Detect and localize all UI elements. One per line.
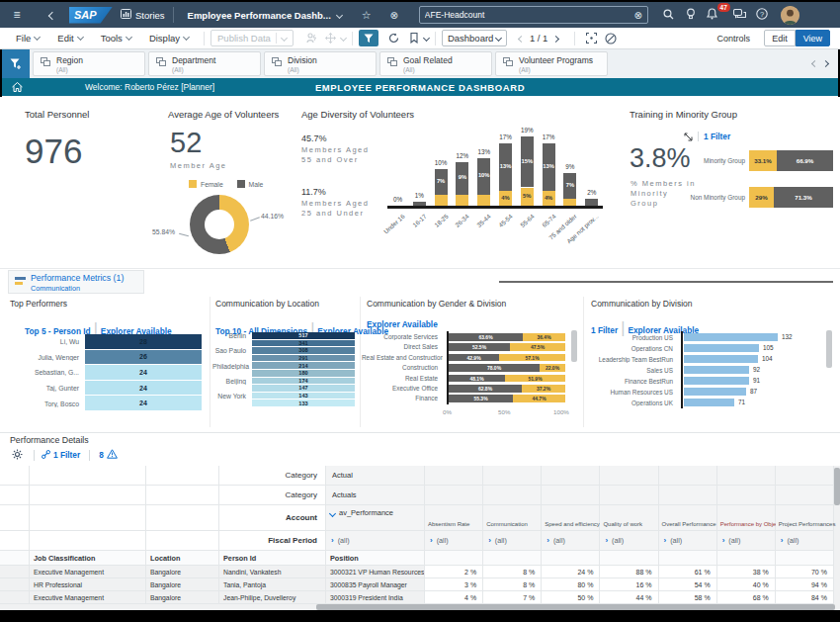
table-value-cell[interactable]: 70 % [776, 566, 834, 578]
age-bar-gray-segment[interactable]: 13% [543, 143, 555, 191]
table-value-cell[interactable]: 7 % [483, 591, 542, 604]
table-value-cell[interactable]: 24 % [542, 566, 600, 578]
vscroll-thumb[interactable] [834, 468, 840, 505]
table-value-cell[interactable]: 68 % [717, 591, 776, 604]
table-value-cell[interactable]: 38 % [717, 566, 776, 578]
pivot-row-value[interactable]: Actuals [326, 486, 425, 505]
division-bar[interactable] [684, 344, 759, 352]
minority-bar-yellow-segment[interactable]: 29% [749, 187, 774, 208]
gender-bar-gray-segment[interactable]: 62.8% [449, 385, 522, 393]
add-filter-button[interactable] [2, 49, 30, 78]
linked-analysis-icon[interactable] [42, 450, 50, 461]
gender-bar-gray-segment[interactable]: 52.5% [449, 343, 510, 351]
heatmap-cell[interactable]: 24 [85, 396, 202, 411]
table-value-cell[interactable]: 3 % [425, 578, 483, 591]
table-row-header-cell[interactable]: Bangalore [146, 578, 219, 591]
help-icon[interactable]: ? [751, 8, 773, 22]
heatmap-cell[interactable]: 24 [85, 381, 202, 397]
minority-bar-yellow-segment[interactable]: 33.1% [749, 150, 777, 171]
splitter-handle[interactable] [499, 281, 833, 283]
table-value-cell[interactable]: 16 % [600, 578, 658, 591]
discussions-icon[interactable] [729, 9, 751, 22]
age-bar-gray-segment[interactable]: 7% [563, 173, 576, 199]
table-value-cell[interactable]: 61 % [659, 566, 717, 578]
measure-header[interactable]: Quality of work [600, 505, 658, 531]
insights-bulb-icon[interactable] [680, 8, 702, 22]
filter-token-goal-related[interactable]: Goal Related(All) [379, 51, 492, 76]
search-input[interactable] [425, 10, 613, 20]
warning-count[interactable]: 8 [99, 450, 104, 460]
search-icon[interactable] [658, 9, 680, 22]
edit-mode-button[interactable]: Edit [764, 30, 796, 46]
heatmap-cell[interactable]: 26 [85, 350, 202, 366]
age-bar-yellow-segment[interactable] [456, 195, 468, 206]
table-row-header-cell[interactable]: 3000321 VP Human Resources IN [326, 566, 425, 578]
notifications-bell-icon[interactable]: 47 [702, 8, 723, 22]
fiscal-period-cell[interactable]: ›(all) [425, 531, 483, 551]
dismiss-icon[interactable]: ⊗ [383, 10, 405, 21]
division-bar[interactable] [684, 355, 758, 363]
measure-header[interactable]: Absentism Rate [425, 505, 483, 531]
bookmark-icon[interactable] [404, 30, 424, 46]
next-page-icon[interactable] [553, 33, 558, 44]
table-value-cell[interactable]: 50 % [542, 591, 600, 604]
age-bar-yellow-segment[interactable]: 4% [543, 191, 555, 206]
heatmap-cell[interactable]: 180 [252, 370, 355, 378]
measure-header[interactable]: Overall Performance [659, 505, 717, 531]
gender-bar-yellow-segment[interactable]: 22.0% [540, 364, 565, 372]
table-value-cell[interactable]: 94 % [776, 578, 834, 591]
doc-title-chevron-icon[interactable] [336, 11, 343, 18]
age-bar-yellow-segment[interactable] [435, 195, 448, 206]
division-bar[interactable] [684, 399, 734, 406]
fiscal-period-cell[interactable]: ›(all) [542, 531, 600, 551]
table-value-cell[interactable]: 4 % [425, 591, 483, 604]
chart-scrollbar[interactable] [571, 330, 577, 362]
age-bar-gray-segment[interactable]: 9% [456, 162, 468, 195]
table-value-cell[interactable]: 40 % [717, 578, 776, 591]
age-bar-gray-segment[interactable]: 15% [521, 136, 534, 188]
heatmap-cell[interactable]: 341 [252, 340, 355, 348]
home-icon[interactable] [12, 78, 23, 96]
division-bar[interactable] [684, 366, 749, 374]
menu-tools[interactable]: Tools [101, 33, 131, 44]
refresh-icon[interactable] [384, 30, 404, 46]
nav-section-label[interactable]: Stories [135, 10, 165, 21]
division-bar[interactable] [684, 333, 778, 341]
age-bar-yellow-segment[interactable]: 5% [521, 188, 534, 207]
table-row-header-cell[interactable]: Tania, Pantoja [219, 578, 326, 591]
table-value-cell[interactable]: 44 % [600, 591, 658, 604]
gender-bar-yellow-segment[interactable]: 57.1% [499, 354, 565, 362]
page-dropdown[interactable]: Dashboard [442, 30, 507, 46]
filter-token-department[interactable]: Department(All) [148, 51, 261, 76]
table-value-cell[interactable]: 54 % [659, 578, 717, 591]
age-bar-yellow-segment[interactable] [563, 199, 576, 206]
heatmap-cell[interactable]: 147 [252, 385, 355, 393]
present-mode-icon[interactable] [601, 30, 621, 46]
warning-icon[interactable] [107, 449, 118, 461]
fiscal-period-cell[interactable]: ›(all) [776, 531, 834, 551]
gender-bar-gray-segment[interactable]: 42.9% [449, 354, 499, 362]
menu-file[interactable]: File [16, 33, 40, 44]
heatmap-cell[interactable]: 308 [252, 347, 355, 355]
controls-label[interactable]: Controls [717, 34, 751, 44]
filter-toggle-button[interactable] [359, 30, 378, 46]
table-row-header-cell[interactable]: Executive Management [30, 591, 146, 604]
column-header[interactable]: Job Classification [30, 551, 146, 566]
fiscal-period-cell[interactable]: ›(all) [483, 531, 542, 551]
heatmap-cell[interactable]: 174 [252, 378, 355, 386]
details-filter-link[interactable]: 1 Filter [53, 450, 80, 460]
minority-bar-gray-segment[interactable]: 66.9% [777, 150, 833, 171]
measure-header[interactable]: Project Performances [776, 505, 834, 531]
fiscal-period-cell[interactable]: ›(all) [326, 531, 425, 551]
heatmap-cell[interactable]: 28 [85, 334, 202, 350]
table-row-header-cell[interactable]: Jean-Philipe, Duvelleroy [219, 591, 326, 604]
heatmap-cell[interactable]: 517 [252, 332, 355, 340]
age-bar-gray-segment[interactable] [413, 202, 426, 206]
table-row-header-cell[interactable]: Bangalore [146, 591, 219, 604]
menu-edit[interactable]: Edit [57, 33, 82, 44]
filter-token-volunteer-programs[interactable]: Volunteer Programs(All) [495, 51, 608, 76]
scroll-tokens-right-icon[interactable] [823, 49, 828, 78]
fiscal-period-cell[interactable]: ›(all) [600, 531, 658, 551]
menu-display[interactable]: Display [149, 33, 189, 44]
kpi-value[interactable]: 976 [25, 132, 82, 171]
